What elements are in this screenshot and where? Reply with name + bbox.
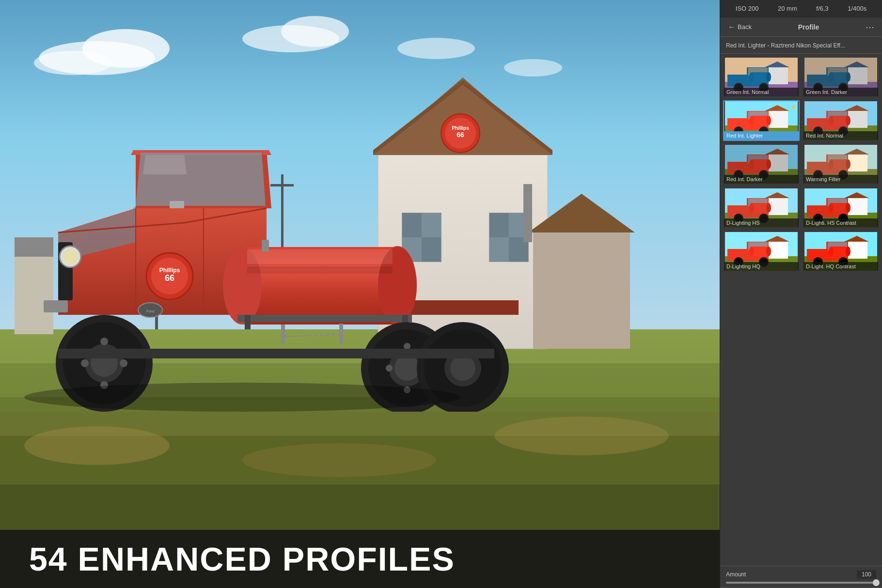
svg-point-154 <box>749 159 754 169</box>
svg-point-69 <box>81 359 89 367</box>
svg-rect-54 <box>247 249 393 264</box>
amount-label: Amount <box>726 571 746 578</box>
svg-rect-12 <box>15 237 53 257</box>
profile-card-8[interactable]: D-Lighti. HS Contrast <box>803 187 879 228</box>
more-button[interactable]: ⋯ <box>863 21 877 33</box>
nav-bar: ← Back Profile ⋯ <box>720 17 882 37</box>
svg-point-210 <box>749 247 754 256</box>
svg-rect-22 <box>402 213 422 237</box>
star-badge-3: ★ <box>790 103 797 111</box>
svg-rect-11 <box>15 252 53 334</box>
svg-point-168 <box>829 159 834 169</box>
svg-text:Phillips: Phillips <box>452 125 469 131</box>
svg-point-126 <box>749 116 754 125</box>
profile-card-2[interactable]: Green Int. Darker <box>803 57 879 97</box>
svg-point-183 <box>766 203 771 213</box>
svg-point-77 <box>386 365 393 371</box>
profile-label-3: Red Int. Lighter <box>724 131 799 140</box>
amount-value: 100 <box>857 570 876 579</box>
svg-point-81 <box>450 356 475 381</box>
meta-bar: ISO 200 20 mm f/6,3 1/400s <box>720 0 882 17</box>
profile-card-6[interactable]: Warming Filter <box>803 144 879 185</box>
back-button[interactable]: ← Back <box>725 21 755 33</box>
svg-point-89 <box>494 417 669 455</box>
profile-label-8: D-Lighti. HS Contrast <box>803 218 878 227</box>
svg-point-74 <box>404 343 410 350</box>
svg-rect-55 <box>247 266 393 274</box>
photo-area: Phillips 66 <box>0 0 720 588</box>
back-arrow-icon: ← <box>728 23 736 31</box>
profile-label-2: Green Int. Darker <box>803 88 878 96</box>
svg-text:Ford: Ford <box>146 309 155 313</box>
svg-point-182 <box>749 203 754 213</box>
svg-text:66: 66 <box>457 131 464 139</box>
back-label: Back <box>738 23 752 31</box>
svg-point-196 <box>829 203 834 213</box>
svg-rect-25 <box>422 237 441 262</box>
profile-thumb-2: Green Int. Darker <box>803 58 878 96</box>
svg-point-224 <box>829 247 834 256</box>
amount-row: Amount 100 <box>726 570 876 579</box>
caption-bar: 54 ENHANCED PROFILES <box>0 530 720 588</box>
svg-rect-42 <box>44 300 68 312</box>
svg-rect-195 <box>831 203 848 213</box>
profile-thumb-9: D-Lighting HQ <box>724 232 799 271</box>
current-profile-bar: Red Int. Lighter - Raztrend Nikon Specia… <box>720 37 882 54</box>
svg-point-6 <box>397 38 475 59</box>
profile-label-6: Warming Filter <box>803 175 878 184</box>
svg-rect-59 <box>237 315 412 322</box>
focal-length-value: 20 mm <box>778 5 797 12</box>
svg-point-127 <box>766 116 771 125</box>
svg-text:Phillips: Phillips <box>159 267 180 274</box>
svg-point-87 <box>24 426 170 465</box>
profile-thumb-10: D-Light. HQ Contrast <box>803 232 878 271</box>
caption-text: 54 ENHANCED PROFILES <box>29 540 455 578</box>
svg-point-5 <box>281 16 349 47</box>
profile-label-5: Red Int. Darker <box>724 175 799 184</box>
svg-rect-17 <box>270 184 294 186</box>
svg-rect-111 <box>831 72 848 82</box>
svg-point-98 <box>749 72 754 82</box>
profile-thumb-4: Red Int. Normal <box>803 101 878 140</box>
profile-label-7: D-Lighting HS <box>724 218 799 227</box>
svg-point-141 <box>846 116 850 125</box>
amount-slider-fill <box>726 582 876 584</box>
svg-point-140 <box>829 116 834 125</box>
svg-rect-43 <box>170 201 184 208</box>
profile-label-10: D-Light. HQ Contrast <box>803 262 878 271</box>
svg-point-169 <box>846 159 850 169</box>
profile-card-10[interactable]: D-Light. HQ Contrast <box>803 231 879 272</box>
svg-point-113 <box>846 72 850 82</box>
profile-card-9[interactable]: D-Lighting HQ <box>723 231 800 272</box>
svg-rect-56 <box>281 325 285 344</box>
amount-area: Amount 100 <box>720 566 882 588</box>
svg-point-3 <box>34 51 111 75</box>
svg-rect-125 <box>752 116 769 125</box>
profile-thumb-7: D-Lighting HS <box>724 188 799 227</box>
svg-point-155 <box>766 159 771 169</box>
svg-rect-83 <box>58 349 494 358</box>
profile-card-7[interactable]: D-Lighting HS <box>723 187 800 228</box>
svg-rect-29 <box>489 237 509 262</box>
amount-slider-thumb[interactable] <box>873 579 880 586</box>
profile-card-5[interactable]: Red Int. Darker <box>723 144 800 185</box>
aperture-value: f/6,3 <box>816 5 828 12</box>
shutter-value: 1/400s <box>848 5 866 12</box>
profile-card-3[interactable]: ★Red Int. Lighter <box>723 100 800 141</box>
amount-slider-track[interactable] <box>726 582 876 584</box>
profile-thumb-3: ★Red Int. Lighter <box>724 101 799 140</box>
svg-rect-209 <box>752 247 769 256</box>
profile-thumb-1: Green Int. Normal <box>724 58 799 96</box>
profile-card-4[interactable]: Red Int. Normal <box>803 100 879 141</box>
profile-thumb-6: Warming Filter <box>803 145 878 184</box>
svg-rect-57 <box>339 324 343 344</box>
profile-card-1[interactable]: Green Int. Normal <box>723 57 800 97</box>
profiles-grid: Green Int. Normal <box>720 54 882 566</box>
svg-rect-23 <box>422 213 441 237</box>
main-photo: Phillips 66 <box>0 0 720 588</box>
svg-rect-139 <box>831 116 848 125</box>
current-profile-text: Red Int. Lighter - Raztrend Nikon Specia… <box>726 42 845 49</box>
profile-label-1: Green Int. Normal <box>724 88 799 96</box>
profile-label-4: Red Int. Normal <box>803 131 878 140</box>
svg-rect-97 <box>752 72 769 82</box>
